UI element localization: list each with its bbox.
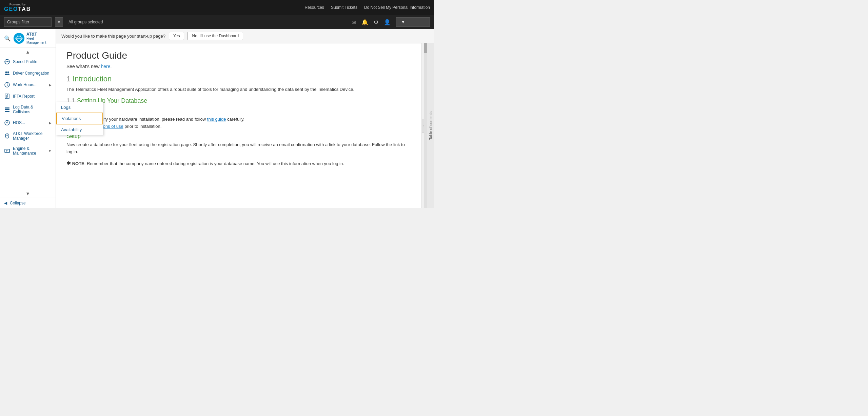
svg-point-6	[7, 72, 9, 73]
section-11-header: 1.1Setting Up Your Database	[66, 97, 411, 104]
document-content[interactable]: Product Guide See what's new here. 1Intr…	[56, 43, 422, 208]
submenu-item-availability[interactable]: Availability	[56, 124, 103, 135]
submenu-item-violations[interactable]: Violations	[56, 113, 103, 124]
sidebar-item-log-data[interactable]: Log Data & Collisions	[0, 102, 56, 117]
doc-wrapper: Table of contents ◀ Product Guide See wh…	[56, 43, 434, 208]
driver-congregation-label: Driver Congregation	[13, 71, 52, 76]
sidebar-scroll-down[interactable]: ▼	[0, 190, 56, 198]
vertical-scrollbar-track[interactable]	[424, 43, 427, 208]
groups-filter-input[interactable]: Groups filter	[4, 17, 52, 27]
here-link[interactable]: here	[101, 64, 111, 69]
section-1-body: The Telematics Fleet Management Applicat…	[66, 86, 411, 93]
groups-filter-dropdown-btn[interactable]: ▼	[55, 17, 63, 27]
att-workforce-label: AT&T Workforce Manager	[13, 131, 52, 141]
user-icon[interactable]: 👤	[384, 19, 391, 25]
sidebar-item-att-workforce[interactable]: AT&T Workforce Manager	[0, 128, 56, 143]
work-hours-icon	[4, 82, 10, 88]
engine-maintenance-icon	[4, 148, 10, 154]
installation-body-suffix: prior to installation.	[123, 124, 162, 129]
geotab-logo-text: GEOTAB	[4, 6, 31, 12]
att-workforce-icon	[4, 133, 10, 139]
svg-point-4	[5, 59, 9, 64]
hos-icon	[4, 120, 10, 126]
note-star: ✱	[66, 160, 71, 166]
main-layout: 🔍 AT&T Fleet Management ▲	[0, 29, 434, 208]
hos-arrow: ▶	[49, 121, 52, 125]
section-1-title: Introduction	[73, 75, 112, 83]
startup-question: Would you like to make this page your st…	[61, 34, 165, 39]
att-logo	[14, 33, 24, 44]
gear-icon[interactable]: ⚙	[374, 19, 378, 25]
subtitle-prefix: See what's new	[66, 64, 101, 69]
sidebar-item-driver-congregation[interactable]: Driver Congregation	[0, 67, 56, 79]
this-guide-link[interactable]: this guide	[207, 117, 226, 122]
chevron-up-icon: ▲	[25, 49, 30, 55]
note-body: : Remember that the company name entered…	[84, 161, 344, 166]
startup-bar: Would you like to make this page your st…	[56, 29, 434, 43]
section-1-header: 1Introduction	[66, 75, 411, 83]
all-groups-text: All groups selected	[68, 20, 103, 24]
second-bar: Groups filter ▼ All groups selected ✉ 🔔 …	[0, 15, 434, 29]
bell-icon[interactable]: 🔔	[361, 19, 368, 25]
log-data-icon	[4, 106, 10, 113]
toc-label: Table of contents	[429, 112, 433, 140]
sidebar-brand: AT&T Fleet Management	[26, 32, 52, 45]
brand-name: AT&T	[26, 32, 52, 37]
chevron-down-icon: ▼	[25, 191, 30, 196]
setup-body: Now create a database for your fleet usi…	[66, 141, 411, 156]
sidebar-item-engine-maintenance[interactable]: Engine & Maintenance ▼	[0, 143, 56, 158]
do-not-sell-link[interactable]: Do Not Sell My Personal Information	[364, 5, 430, 10]
toc-sidebar[interactable]: Table of contents	[427, 43, 434, 208]
setup-header: Setup	[66, 133, 411, 139]
brand-sub: Fleet Management	[26, 37, 52, 45]
collapse-icon: ◀	[4, 201, 7, 205]
sidebar-scroll-up[interactable]: ▲	[0, 48, 56, 56]
log-data-label: Log Data & Collisions	[13, 105, 52, 114]
note-label: NOTE	[72, 161, 84, 166]
sidebar-item-work-hours[interactable]: Work Hours... ▶	[0, 79, 56, 91]
sidebar-item-ifta-report[interactable]: IFTA Report	[0, 91, 56, 102]
search-icon[interactable]: 🔍	[4, 35, 11, 42]
svg-rect-15	[5, 107, 9, 108]
engine-maintenance-arrow: ▼	[48, 149, 52, 153]
submenu-item-logs[interactable]: Logs	[56, 102, 103, 113]
vertical-scrollbar-thumb[interactable]	[424, 43, 427, 53]
speed-profile-icon	[4, 59, 10, 65]
driver-congregation-icon	[4, 70, 10, 76]
ifta-report-label: IFTA Report	[13, 94, 52, 99]
svg-marker-23	[6, 150, 8, 152]
installation-body: To perform and verify your hardware inst…	[66, 116, 411, 130]
top-nav-bar: Powered by GEOTAB Resources Submit Ticke…	[0, 0, 434, 15]
startup-yes-button[interactable]: Yes	[169, 32, 184, 40]
work-hours-label: Work Hours...	[13, 82, 46, 87]
sidebar-item-speed-profile[interactable]: Speed Profile	[0, 56, 56, 67]
logo-area: Powered by GEOTAB	[4, 3, 32, 12]
note-text: ✱ NOTE: Remember that the company name e…	[66, 159, 411, 168]
engine-maintenance-label: Engine & Maintenance	[13, 146, 45, 156]
user-dropdown[interactable]: ▼	[396, 17, 430, 27]
installation-header: Installation	[66, 108, 411, 114]
svg-rect-17	[5, 111, 9, 112]
powered-by-text: Powered by	[9, 3, 26, 6]
collapse-btn[interactable]: ◀ Collapse	[0, 198, 56, 208]
section-1-number: 1	[66, 75, 71, 83]
hos-label: HOS...	[13, 120, 46, 125]
doc-subtitle: See what's new here.	[66, 64, 411, 69]
work-hours-arrow: ▶	[49, 83, 52, 87]
user-dropdown-arrow: ▼	[401, 20, 405, 24]
subtitle-suffix: .	[111, 64, 112, 69]
resources-link[interactable]: Resources	[305, 5, 324, 10]
email-icon[interactable]: ✉	[352, 19, 356, 25]
svg-point-5	[5, 72, 7, 73]
startup-no-button[interactable]: No, I'll use the Dashboard	[188, 32, 243, 40]
collapse-label: Collapse	[10, 201, 26, 205]
sidebar-nav: Speed Profile Driver Congregation	[0, 56, 56, 190]
submit-tickets-link[interactable]: Submit Tickets	[331, 5, 357, 10]
sidebar: 🔍 AT&T Fleet Management ▲	[0, 29, 56, 208]
content-area: Would you like to make this page your st…	[56, 29, 434, 208]
svg-rect-16	[5, 109, 9, 110]
svg-line-9	[7, 85, 8, 86]
sidebar-item-hos[interactable]: HOS... ▶	[0, 117, 56, 128]
doc-title: Product Guide	[66, 50, 411, 61]
top-nav-links: Resources Submit Tickets Do Not Sell My …	[305, 5, 430, 10]
